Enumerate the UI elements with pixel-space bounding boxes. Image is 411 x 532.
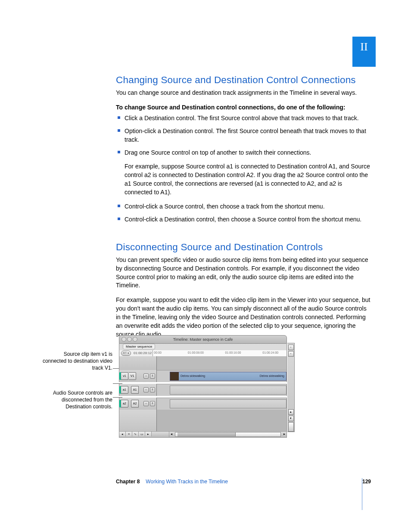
- destination-control-a2: A2: [131, 400, 139, 408]
- current-timecode: 01:00:28:12: [134, 350, 152, 356]
- bullet-text: Option-click a Destination control. The …: [125, 128, 366, 143]
- destination-control-v1: V1: [129, 372, 136, 380]
- video-track-v1: v1 V1 ⌂≡ Debra sidewalking Debra sidewal…: [119, 370, 287, 382]
- section2-para1: You can prevent specific video or audio …: [116, 256, 371, 290]
- chapter-label: Chapter 8: [116, 478, 140, 485]
- window-controls: [121, 337, 137, 342]
- mute-icon: ≡: [150, 401, 155, 406]
- timeline-titlebar: Timeline: Master sequence in Cafe: [119, 335, 287, 344]
- section1-heading: Changing Source and Destination Control …: [116, 73, 371, 87]
- page-number: 129: [362, 478, 371, 485]
- source-control-v1: v1: [121, 372, 128, 380]
- empty-track-area: [119, 410, 287, 431]
- rt-button: RT ▾: [121, 351, 131, 356]
- audio-track-a1: a1 A1 ⌂≡: [119, 384, 287, 396]
- ruler-tick: 01:00:24:00: [262, 351, 278, 355]
- lock-icon: ⌂: [143, 401, 149, 406]
- mute-icon: ≡: [150, 387, 155, 392]
- bullet-item: Click a Destination control. The first S…: [116, 114, 371, 123]
- section2-heading: Disconnecting Source and Destination Con…: [116, 240, 371, 255]
- timeline-right-sidebar: ▫▫ ▴▾: [287, 343, 295, 432]
- audio-clip: [170, 399, 286, 408]
- video-clip: Debra sidewalking Debra sidewalking: [170, 372, 286, 381]
- ruler-tick: 01:00:16:00: [225, 351, 241, 355]
- timeline-title: Timeline: Master sequence in Cafe: [173, 337, 233, 342]
- time-ruler: 00:00 01:00:08:00 01:00:16:00 01:00:24:0…: [153, 350, 286, 356]
- part-tab: II: [352, 37, 376, 67]
- bullet-text: Drag one Source control on top of anothe…: [125, 149, 311, 156]
- lock-icon: ⌂: [143, 373, 149, 379]
- horizontal-scrollbar: [175, 432, 281, 437]
- destination-control-a1: A1: [131, 386, 139, 394]
- track-spacer: [119, 356, 287, 370]
- audio-track-a2: a2 A2 ⌂≡: [119, 398, 287, 410]
- chapter-title: Working With Tracks in the Timeline: [146, 478, 228, 485]
- lock-icon: ⌂: [143, 387, 149, 392]
- bullet-item: Drag one Source control on top of anothe…: [116, 149, 371, 196]
- ruler-tick: 01:00:08:00: [188, 351, 204, 355]
- callout-1: Source clip item v1 is connected to dest…: [41, 351, 112, 372]
- section1-para1: You can change source and destination tr…: [116, 89, 371, 97]
- track-body-v1: Debra sidewalking Debra sidewalking: [157, 370, 286, 382]
- sequence-tab: Master sequence: [123, 344, 155, 349]
- section1-instruction: To change Source and Destination control…: [116, 103, 371, 112]
- track-body-a1: [157, 384, 286, 396]
- bullet-text: Click a Destination control. The first S…: [125, 115, 359, 121]
- timeline-bottom-bar: ◂≡∿▭▸ ◂ ▸: [119, 431, 287, 438]
- visibility-icon: ≡: [150, 373, 155, 379]
- source-control-a1: a1: [121, 386, 128, 394]
- bullet-text: Control-click a Destination control, the…: [125, 216, 361, 223]
- bullet-item: Control-click a Source control, then cho…: [116, 202, 371, 211]
- track-header-a2: a2 A2 ⌂≡: [119, 398, 157, 410]
- bullet-followup: For example, suppose Source control a1 i…: [125, 162, 371, 197]
- callout-2: Audio Source controls are disconnected f…: [41, 389, 112, 411]
- track-header-a1: a1 A1 ⌂≡: [119, 384, 157, 396]
- timeline-tool-buttons: ◂≡∿▭▸: [119, 432, 152, 437]
- source-control-a2: a2: [121, 400, 128, 408]
- track-header-v1: v1 V1 ⌂≡: [119, 370, 157, 382]
- ruler-tick: 00:00: [154, 351, 162, 355]
- page-footer: Chapter 8 Working With Tracks in the Tim…: [116, 478, 371, 485]
- timeline-tabbar: Master sequence: [119, 344, 287, 350]
- footer-rule: [362, 478, 362, 510]
- clip-label-end: Debra sidewalking: [260, 372, 284, 380]
- clip-thumbnail: [170, 372, 179, 380]
- bullet-text: Control-click a Source control, then cho…: [125, 203, 325, 210]
- track-body-a2: [157, 398, 286, 410]
- timeline-window: Timeline: Master sequence in Cafe Master…: [119, 335, 287, 438]
- bullet-item: Option-click a Destination control. The …: [116, 127, 371, 144]
- section2: Disconnecting Source and Destination Con…: [116, 240, 371, 339]
- audio-clip: [170, 386, 286, 395]
- clip-label: Debra sidewalking: [181, 374, 205, 377]
- section2-para2: For example, suppose you want to edit th…: [116, 296, 371, 339]
- document-page: II Changing Source and Destination Contr…: [0, 0, 411, 532]
- bullet-item: Control-click a Destination control, the…: [116, 215, 371, 224]
- section1-bullet-list: Click a Destination control. The first S…: [116, 114, 371, 224]
- timeline-ruler-strip: RT ▾ 01:00:28:12 00:00 01:00:08:00 01:00…: [119, 350, 287, 356]
- main-content: Changing Source and Destination Control …: [116, 73, 371, 345]
